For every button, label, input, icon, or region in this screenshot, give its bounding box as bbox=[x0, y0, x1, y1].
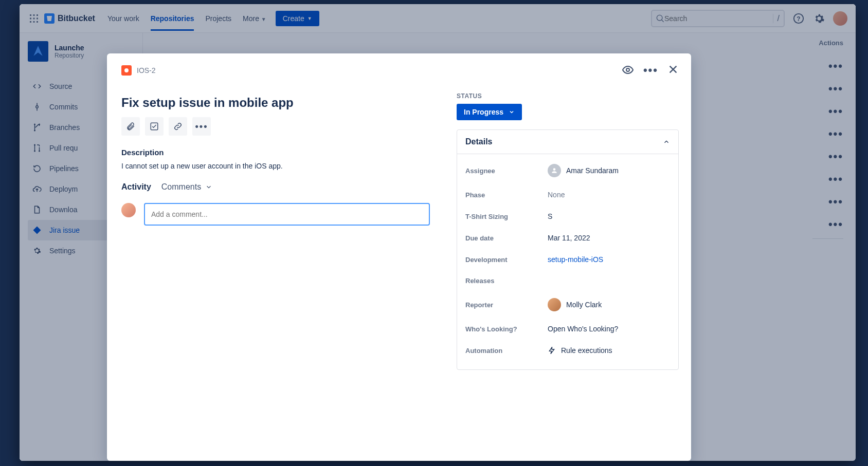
pull-request-icon bbox=[32, 143, 42, 153]
issue-title[interactable]: Fix setup issue in mobile app bbox=[121, 96, 430, 110]
details-header[interactable]: Details bbox=[457, 130, 678, 154]
development-label: Development bbox=[465, 256, 548, 264]
pipelines-icon bbox=[32, 163, 42, 174]
reporter-avatar bbox=[548, 298, 561, 311]
comment-input[interactable] bbox=[144, 203, 430, 226]
row-actions-button[interactable]: ••• bbox=[828, 150, 843, 163]
assignee-label: Assignee bbox=[465, 167, 548, 175]
reporter-value[interactable]: Molly Clark bbox=[548, 298, 602, 311]
svg-rect-8 bbox=[37, 21, 38, 23]
svg-point-17 bbox=[39, 151, 40, 152]
svg-point-19 bbox=[626, 68, 629, 71]
row-actions-button[interactable]: ••• bbox=[828, 127, 843, 141]
svg-point-12 bbox=[34, 124, 35, 125]
automation-value[interactable]: Rule executions bbox=[548, 346, 612, 355]
avatar[interactable] bbox=[833, 11, 847, 26]
description-text[interactable]: I cannot set up a new user account in th… bbox=[121, 162, 430, 170]
svg-point-11 bbox=[36, 106, 39, 108]
svg-rect-7 bbox=[33, 21, 35, 23]
status-section-label: STATUS bbox=[457, 92, 679, 100]
more-actions-icon[interactable]: ••• bbox=[643, 64, 658, 77]
due-date-value[interactable]: Mar 11, 2022 bbox=[548, 234, 590, 242]
nav-your-work[interactable]: Your work bbox=[107, 6, 139, 31]
svg-point-16 bbox=[34, 151, 35, 152]
assignee-value[interactable]: Amar Sundaram bbox=[548, 164, 619, 177]
top-bar: Bitbucket Your work Repositories Project… bbox=[20, 4, 856, 33]
search-icon bbox=[656, 14, 664, 23]
commit-icon bbox=[32, 102, 42, 112]
chevron-down-icon bbox=[509, 109, 515, 115]
current-user-avatar bbox=[121, 203, 136, 217]
app-switcher-icon[interactable] bbox=[28, 12, 40, 25]
repo-subtitle: Repository bbox=[55, 52, 84, 59]
code-icon bbox=[32, 81, 42, 91]
chevron-up-icon bbox=[663, 138, 670, 145]
cloud-upload-icon bbox=[32, 184, 42, 194]
attach-button[interactable] bbox=[121, 117, 140, 136]
tshirt-value[interactable]: S bbox=[548, 212, 552, 220]
checklist-button[interactable] bbox=[145, 117, 164, 136]
svg-rect-1 bbox=[33, 14, 35, 16]
more-tool-button[interactable]: ••• bbox=[192, 117, 211, 136]
comments-tab[interactable]: Comments bbox=[161, 182, 212, 192]
svg-rect-0 bbox=[30, 14, 31, 16]
svg-rect-3 bbox=[30, 17, 31, 19]
search-shortcut: / bbox=[773, 14, 780, 23]
row-actions-button[interactable]: ••• bbox=[828, 195, 843, 209]
branch-icon bbox=[32, 122, 42, 133]
gear-icon[interactable] bbox=[812, 12, 826, 25]
bitbucket-logo-icon bbox=[44, 13, 55, 24]
watch-icon[interactable] bbox=[622, 64, 634, 77]
whos-looking-label: Who's Looking? bbox=[465, 325, 548, 333]
chevron-down-icon bbox=[205, 183, 212, 191]
brand-text: Bitbucket bbox=[58, 14, 95, 23]
jira-icon bbox=[32, 225, 42, 235]
automation-label: Automation bbox=[465, 347, 548, 355]
actions-column-label: Actions bbox=[819, 39, 843, 47]
search-box[interactable]: / bbox=[651, 10, 785, 27]
help-icon[interactable]: ? bbox=[792, 12, 805, 25]
create-button[interactable]: Create▼ bbox=[276, 11, 319, 26]
nav-repositories[interactable]: Repositories bbox=[151, 6, 194, 31]
svg-text:?: ? bbox=[797, 15, 800, 22]
phase-label: Phase bbox=[465, 191, 548, 199]
svg-point-15 bbox=[34, 144, 35, 146]
reporter-label: Reporter bbox=[465, 301, 548, 309]
bolt-icon bbox=[548, 346, 556, 355]
link-button[interactable] bbox=[169, 117, 187, 136]
issue-modal: IOS-2 ••• Fix setup issue in mobile app … bbox=[107, 53, 691, 461]
close-icon[interactable] bbox=[667, 64, 679, 77]
top-nav: Your work Repositories Projects More ▼ bbox=[107, 6, 266, 31]
svg-rect-5 bbox=[37, 17, 38, 19]
row-actions-button[interactable]: ••• bbox=[828, 105, 843, 118]
row-actions-button[interactable]: ••• bbox=[828, 82, 843, 96]
issue-type-bug-icon bbox=[121, 65, 132, 76]
row-actions-button[interactable]: ••• bbox=[828, 218, 843, 231]
description-label: Description bbox=[121, 148, 430, 157]
phase-value[interactable]: None bbox=[548, 191, 565, 199]
svg-rect-4 bbox=[33, 17, 35, 19]
releases-label: Releases bbox=[465, 277, 548, 285]
row-actions-button[interactable]: ••• bbox=[828, 173, 843, 186]
tshirt-label: T-Shirt Sizing bbox=[465, 213, 548, 220]
svg-point-18 bbox=[124, 68, 129, 72]
brand[interactable]: Bitbucket bbox=[44, 13, 95, 24]
repo-logo-icon bbox=[28, 41, 48, 62]
svg-point-14 bbox=[39, 124, 40, 125]
activity-label: Activity bbox=[121, 182, 151, 192]
details-panel: Details AssigneeAmar Sundaram PhaseNone … bbox=[457, 129, 679, 370]
status-dropdown[interactable]: In Progress bbox=[457, 104, 522, 120]
search-input[interactable] bbox=[664, 14, 773, 23]
issue-key[interactable]: IOS-2 bbox=[137, 66, 156, 74]
svg-rect-2 bbox=[37, 14, 38, 16]
due-date-label: Due date bbox=[465, 234, 548, 242]
gear-icon bbox=[32, 246, 42, 256]
divider bbox=[812, 238, 843, 239]
person-icon bbox=[548, 164, 561, 177]
development-value[interactable]: setup-mobile-iOS bbox=[548, 255, 603, 264]
row-actions-button[interactable]: ••• bbox=[828, 60, 843, 73]
nav-projects[interactable]: Projects bbox=[205, 6, 231, 31]
whos-looking-value[interactable]: Open Who's Looking? bbox=[548, 325, 618, 333]
nav-more[interactable]: More ▼ bbox=[243, 6, 266, 31]
download-icon bbox=[32, 204, 42, 215]
